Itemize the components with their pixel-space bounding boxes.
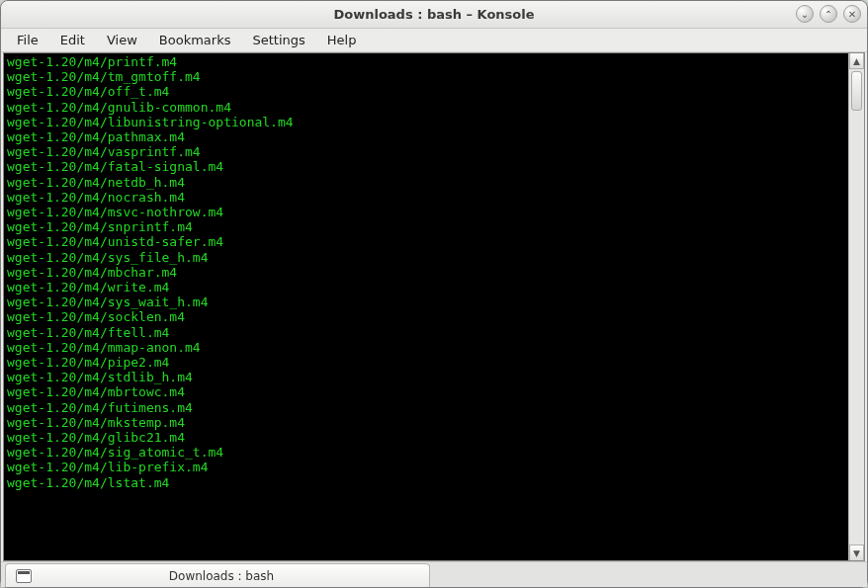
tabbar: Downloads : bash <box>1 561 867 587</box>
terminal-line: wget-1.20/m4/socklen.m4 <box>7 309 845 324</box>
close-button[interactable]: ✕ <box>843 5 861 23</box>
konsole-window: Downloads : bash – Konsole ⌄ ⌃ ✕ File Ed… <box>0 0 868 588</box>
terminal-line: wget-1.20/m4/ftell.m4 <box>7 325 845 340</box>
scroll-thumb[interactable] <box>851 71 862 111</box>
terminal-line: wget-1.20/m4/futimens.m4 <box>7 400 845 415</box>
terminal-line: wget-1.20/m4/msvc-nothrow.m4 <box>7 205 845 219</box>
terminal-line: wget-1.20/m4/glibc21.m4 <box>7 430 845 445</box>
terminal-line: wget-1.20/m4/printf.m4 <box>7 54 845 69</box>
terminal-line: wget-1.20/m4/nocrash.m4 <box>7 190 845 205</box>
scroll-up-button[interactable]: ▲ <box>849 53 864 69</box>
terminal-line: wget-1.20/m4/netdb_h.m4 <box>7 175 845 190</box>
terminal-line: wget-1.20/m4/pipe2.m4 <box>7 355 845 370</box>
scroll-down-button[interactable]: ▼ <box>849 545 864 560</box>
terminal-line: wget-1.20/m4/mbchar.m4 <box>7 265 845 280</box>
terminal-line: wget-1.20/m4/vasprintf.m4 <box>7 144 845 159</box>
terminal-line: wget-1.20/m4/mmap-anon.m4 <box>7 340 845 355</box>
terminal-line: wget-1.20/m4/fatal-signal.m4 <box>7 159 845 174</box>
scrollbar[interactable]: ▲ ▼ <box>848 53 864 560</box>
minimize-button[interactable]: ⌄ <box>796 5 814 23</box>
menu-bookmarks[interactable]: Bookmarks <box>149 30 241 50</box>
menu-view[interactable]: View <box>97 30 147 50</box>
terminal-line: wget-1.20/m4/libunistring-optional.m4 <box>7 115 845 129</box>
terminal-container: wget-1.20/m4/printf.m4wget-1.20/m4/tm_gm… <box>3 52 865 561</box>
terminal-line: wget-1.20/m4/unistd-safer.m4 <box>7 234 845 249</box>
menubar: File Edit View Bookmarks Settings Help <box>1 29 867 52</box>
terminal-line: wget-1.20/m4/off_t.m4 <box>7 84 845 99</box>
terminal-line: wget-1.20/m4/snprintf.m4 <box>7 219 845 234</box>
terminal-line: wget-1.20/m4/mkstemp.m4 <box>7 415 845 430</box>
window-title: Downloads : bash – Konsole <box>1 7 867 22</box>
menu-edit[interactable]: Edit <box>50 30 95 50</box>
tab-active[interactable]: Downloads : bash <box>5 563 430 587</box>
terminal-line: wget-1.20/m4/pathmax.m4 <box>7 129 845 144</box>
maximize-button[interactable]: ⌃ <box>820 5 837 23</box>
terminal-line: wget-1.20/m4/stdlib_h.m4 <box>7 370 845 384</box>
terminal-line: wget-1.20/m4/lib-prefix.m4 <box>7 460 845 474</box>
menu-file[interactable]: File <box>7 30 48 50</box>
terminal-line: wget-1.20/m4/sig_atomic_t.m4 <box>7 445 845 460</box>
titlebar[interactable]: Downloads : bash – Konsole ⌄ ⌃ ✕ <box>1 1 867 29</box>
terminal-line: wget-1.20/m4/tm_gmtoff.m4 <box>7 69 845 84</box>
terminal-line: wget-1.20/m4/sys_wait_h.m4 <box>7 294 845 309</box>
tab-label: Downloads : bash <box>42 569 419 583</box>
terminal-icon <box>16 569 32 583</box>
terminal-line: wget-1.20/m4/write.m4 <box>7 280 845 294</box>
terminal[interactable]: wget-1.20/m4/printf.m4wget-1.20/m4/tm_gm… <box>4 53 848 560</box>
terminal-line: wget-1.20/m4/gnulib-common.m4 <box>7 100 845 115</box>
terminal-line: wget-1.20/m4/lstat.m4 <box>7 475 845 490</box>
terminal-line: wget-1.20/m4/mbrtowc.m4 <box>7 384 845 399</box>
menu-settings[interactable]: Settings <box>242 30 314 50</box>
menu-help[interactable]: Help <box>317 30 367 50</box>
terminal-line: wget-1.20/m4/sys_file_h.m4 <box>7 250 845 265</box>
window-controls: ⌄ ⌃ ✕ <box>796 5 861 23</box>
